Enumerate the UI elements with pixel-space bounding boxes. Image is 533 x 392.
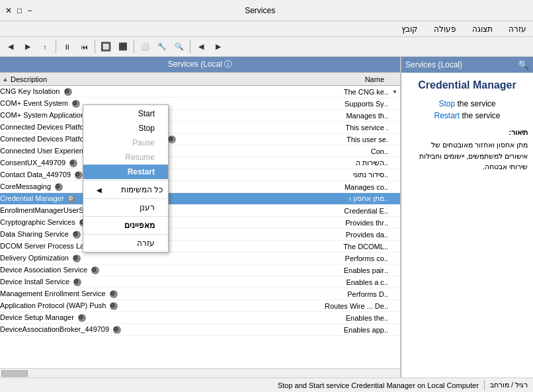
desc-col-label: Description (11, 75, 47, 83)
svc-desc: ..Manages co (317, 183, 390, 191)
status-left: Stop and Start service Credential Manage… (5, 381, 479, 389)
svc-desc: ..The CNG ke (317, 88, 390, 96)
table-row[interactable]: . This service Connected Devices Platfor… (0, 122, 400, 134)
tb-stop[interactable]: ⏸ (59, 39, 75, 55)
services-table-body[interactable]: ▼ ..The CNG ke CNG Key Isolation ⚙ ..Sup… (0, 86, 400, 368)
tb-properties[interactable]: 🔧 (154, 39, 170, 55)
ctx-menu-item[interactable]: Stop (83, 121, 168, 136)
svc-desc: ..Enables a c (317, 278, 390, 286)
title-bar: ✕ □ − Services (0, 0, 533, 21)
ctx-menu-item[interactable]: Restart (83, 165, 168, 179)
name-col-label: Name (365, 75, 384, 83)
right-panel-icon: 🔍 (518, 59, 529, 70)
table-row[interactable]: ..Credential E EnrollmentManagerUserSvc_… (0, 205, 400, 217)
table-row[interactable]: .This user se Connected Devices Platform… (0, 134, 400, 145)
ctx-menu-item[interactable]: רענן (83, 200, 168, 215)
table-row[interactable]: ..Enables a c Device Install Service ⚙ (0, 276, 400, 288)
tb-up[interactable]: ↑ (37, 39, 53, 55)
submenu-arrow: ◀ (97, 186, 102, 194)
tb-nav-forward[interactable]: ▶ (210, 39, 226, 55)
table-row[interactable]: ..The DCOML DCOM Server Process Launcher… (0, 241, 400, 253)
tb-grid[interactable]: ⬜ (137, 39, 153, 55)
svc-desc: ..Enables pair (317, 266, 390, 274)
svc-desc: ..Credential E (317, 207, 390, 215)
svc-name: Device Setup Manager ⚙ (0, 313, 317, 322)
minimize-button[interactable]: − (27, 6, 32, 15)
table-row[interactable]: ..מתן אחסון ו Credential Manager ⚙ (0, 193, 400, 205)
svc-desc: ..השירות ה (317, 159, 390, 167)
svc-desc: ..Provides da (317, 231, 390, 239)
table-row[interactable]: ..Manages th COM+ System Application ⚙ (0, 110, 400, 122)
status-right: רגיל / מורחב (490, 381, 528, 389)
tb-sep3 (134, 40, 134, 54)
tb-nav-back[interactable]: ◀ (193, 39, 209, 55)
stop-link[interactable]: Stop (438, 99, 455, 108)
ctx-submenu-item[interactable]: כל המשימות◀ (83, 182, 168, 197)
menu-help[interactable]: עזרה (506, 23, 529, 35)
svc-name: Device Association Service ⚙ (0, 266, 317, 274)
table-row[interactable]: ..סידור נתוני Contact Data_449709 ⚙ (0, 169, 400, 181)
main-area: Services (Local ⓘ ▲ Description Name ▼ .… (0, 57, 533, 377)
h-scroll-thumb[interactable] (1, 370, 28, 377)
table-row[interactable]: ..Performs co Delivery Optimization ⚙ (0, 253, 400, 264)
ctx-separator (83, 234, 168, 235)
svc-desc: ..Performs co (317, 255, 390, 262)
ctx-separator (83, 180, 168, 181)
restart-link[interactable]: Restart (434, 111, 460, 120)
toolbar: ◀ ▶ ↑ ⏸ ⏮ 🔲 ⬛ ⬜ 🔧 🔍 ◀ ▶ (0, 37, 533, 57)
stop-service-link[interactable]: Stop the service (407, 99, 528, 108)
ctx-menu-item[interactable]: עזרה (83, 236, 168, 251)
tb-sep4 (190, 40, 190, 54)
tb-forward[interactable]: ▶ (20, 39, 36, 55)
ctx-menu-item[interactable]: מאפיינים (83, 218, 168, 233)
table-row[interactable]: ▼ ..The CNG ke CNG Key Isolation ⚙ (0, 86, 400, 98)
ctx-separator (83, 198, 168, 199)
table-row[interactable]: ..Performs D Management Enrollment Servi… (0, 288, 400, 300)
horizontal-scrollbar[interactable] (0, 368, 400, 377)
window-title: Services (245, 6, 275, 15)
table-row[interactable]: ..Enables pair Device Association Servic… (0, 264, 400, 276)
ctx-menu-item: Pause (83, 136, 168, 150)
svc-desc: ..Routes Wire ... De (317, 302, 390, 310)
restart-service-link[interactable]: Restart the service (407, 111, 528, 120)
name-column-header[interactable]: Name (83, 75, 387, 83)
tb-back[interactable]: ◀ (3, 39, 19, 55)
table-row[interactable]: ..Enables app DeviceAssociationBroker_44… (0, 324, 400, 336)
tb-print[interactable]: ⬛ (115, 39, 131, 55)
table-row[interactable]: ..Supports Sy COM+ Event System ⚙ (0, 98, 400, 110)
right-panel-header: Services (Local) 🔍 (401, 57, 533, 73)
table-row[interactable]: ..Routes Wire ... De Application Protoco… (0, 300, 400, 312)
status-sep (484, 380, 485, 391)
menu-file[interactable]: קובץ (399, 23, 421, 35)
svc-desc: ..Enables app (317, 326, 390, 334)
table-row[interactable]: ..Provides da Data Sharing Service ⚙ (0, 229, 400, 241)
tb-sep2 (95, 40, 95, 54)
svc-desc: ..Manages th (317, 112, 390, 120)
table-row[interactable]: ..Con Connected User Experiences and Tel… (0, 145, 400, 157)
maximize-button[interactable]: □ (17, 6, 22, 15)
close-button[interactable]: ✕ (5, 6, 12, 15)
desc-column-header[interactable]: Description (11, 75, 83, 83)
stop-suffix: the service (458, 99, 496, 108)
expand-all[interactable]: ▲ (0, 76, 11, 83)
services-panel-header: Services (Local ⓘ (0, 57, 400, 73)
table-row[interactable]: ..השירות ה ConsentUX_449709 ⚙ (0, 157, 400, 169)
status-bar: רגיל / מורחב Stop and Start service Cred… (0, 377, 533, 392)
ctx-menu-item: Resume (83, 150, 168, 165)
table-row[interactable]: ..Manages co CoreMessaging ⚙ (0, 181, 400, 193)
svc-desc: ..סידור נתוני (317, 171, 390, 179)
action-links: Stop the service Restart the service (407, 99, 528, 120)
svc-desc: . This service (317, 124, 390, 132)
table-row[interactable]: ..Enables the Device Setup Manager ⚙ (0, 312, 400, 324)
svc-name: DeviceAssociationBroker_449709 ⚙ (0, 325, 317, 334)
menu-view[interactable]: תצוגה (470, 23, 495, 35)
tb-filter[interactable]: 🔍 (171, 39, 187, 55)
tb-play[interactable]: ⏮ (76, 39, 92, 55)
ctx-menu-item[interactable]: Start (83, 106, 168, 121)
services-panel: Services (Local ⓘ ▲ Description Name ▼ .… (0, 57, 401, 377)
menu-action[interactable]: פעולה (431, 23, 459, 35)
svc-desc: ..Enables the (317, 314, 390, 322)
svc-desc: ..Supports Sy (317, 100, 390, 108)
tb-export[interactable]: 🔲 (98, 39, 114, 55)
table-row[interactable]: ..Provides thr Cryptographic Services ⚙ (0, 217, 400, 229)
